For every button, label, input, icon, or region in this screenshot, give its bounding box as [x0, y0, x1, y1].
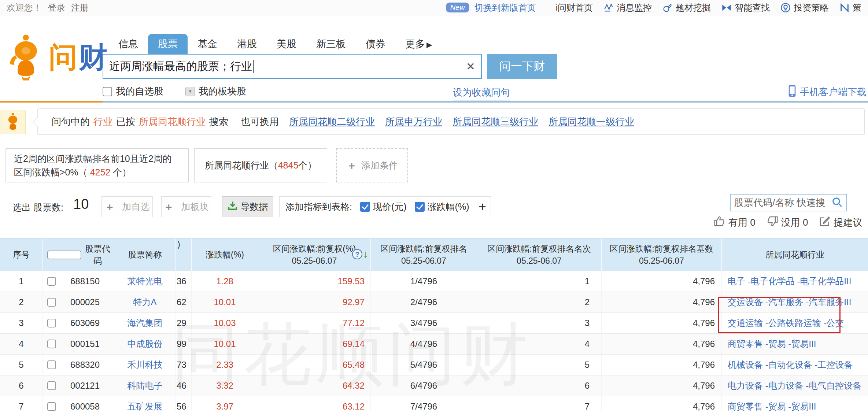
favorite-question-link[interactable]: 设为收藏问句	[453, 86, 510, 100]
code-cell: 000151	[43, 334, 114, 354]
tab-us-stock[interactable]: 美股	[267, 34, 306, 54]
stock-link[interactable]: 莱特光电	[128, 275, 163, 287]
search-input[interactable]: 近两周涨幅最高的股票；行业 ✕	[103, 54, 482, 79]
nav-iwencai-home[interactable]: i问财首页	[556, 2, 593, 14]
select-all-checkbox[interactable]	[47, 251, 81, 259]
rank-pos-cell: 5	[477, 355, 602, 375]
stock-link[interactable]: 科陆电子	[128, 380, 163, 392]
nav-message-monitor[interactable]: 消息监控	[603, 2, 652, 14]
industry-link[interactable]: 机械设备 -自动化设备 -工控设备	[728, 359, 853, 371]
thumb-up-icon	[714, 215, 725, 230]
industry-link[interactable]: 商贸零售 -贸易 -贸易III	[728, 338, 816, 350]
nav-theme-mining[interactable]: 题材挖掘	[662, 2, 711, 14]
rank-pos-cell: 3	[477, 313, 602, 333]
price-cell: 56	[176, 396, 192, 411]
industry-link[interactable]: 交通运输 -公路铁路运输 -公交	[728, 317, 844, 329]
tab-stock[interactable]: 股票	[148, 34, 188, 54]
login-link[interactable]: 登录	[48, 2, 65, 14]
stock-link[interactable]: 海汽集团	[128, 317, 163, 329]
query-interpretation: 问句中的 行业 已按 所属同花顺行业 搜索 也可换用 所属同花顺二级行业 所属申…	[37, 108, 865, 135]
alt-link-ths-level2[interactable]: 所属同花顺二级行业	[289, 115, 375, 128]
switch-version-link[interactable]: 切换到新版首页	[474, 2, 536, 14]
app-download-link[interactable]: 手机客户端下载	[788, 85, 867, 99]
industry-link[interactable]: 电子 -电子化学品 -电子化学品III	[728, 275, 851, 287]
tab-bond[interactable]: 债券	[356, 34, 395, 54]
row-checkbox[interactable]	[47, 402, 56, 411]
register-link[interactable]: 注册	[71, 2, 89, 14]
search-category-tabs: 信息 股票 基金 港股 美股 新三板 债券 更多▶	[108, 34, 442, 54]
condition-industry[interactable]: 所属同花顺行业（ 4845 个）	[194, 148, 327, 182]
iwencai-logo[interactable]: 问财	[7, 33, 109, 82]
industry-link[interactable]: 电力设备 -电力设备 -电气自控设备	[728, 380, 861, 392]
search-icon[interactable]	[832, 197, 843, 209]
rank-pos-cell: 6	[477, 375, 602, 396]
stock-link[interactable]: 五矿发展	[128, 401, 163, 411]
help-icon[interactable]: ?	[352, 249, 362, 259]
alt-link-shenwan[interactable]: 所属申万行业	[385, 115, 442, 128]
row-checkbox[interactable]	[47, 381, 56, 390]
my-sectors-dropdown[interactable]: ▼	[185, 87, 195, 96]
logo-wordmark: 问财	[49, 38, 109, 77]
industry-link[interactable]: 交运设备 -汽车服务 -汽车服务III	[728, 296, 851, 308]
divider	[598, 3, 598, 12]
range-change-cell: 69.14	[258, 334, 371, 354]
suggest-button[interactable]: 提建议	[819, 215, 862, 230]
code-cell: 600058	[43, 396, 114, 411]
nav-smart-find[interactable]: 智能查找	[721, 2, 770, 14]
row-checkbox[interactable]	[47, 319, 56, 327]
code-cell: 002121	[43, 375, 114, 396]
row-checkbox[interactable]	[47, 360, 56, 369]
row-checkbox[interactable]	[47, 340, 56, 348]
row-checkbox[interactable]	[47, 298, 56, 307]
condition-range-rank[interactable]: 近2周的区间涨跌幅排名前10且近2周的区间涨跌幅>0%（ 4252 个）	[5, 148, 189, 182]
stock-link[interactable]: 特力A	[133, 296, 156, 308]
alt-label: 也可换用	[241, 115, 279, 128]
alt-link-ths-level3[interactable]: 所属同花顺三级行业	[453, 115, 538, 128]
nav-strategy-backtest[interactable]: 策	[839, 2, 861, 14]
my-watchlist-option[interactable]: 我的自选股	[103, 85, 163, 98]
ask-button[interactable]: 问一下财	[487, 54, 557, 79]
download-icon	[228, 201, 238, 213]
divider	[657, 3, 657, 12]
change-indicator-label: 涨跌幅(%)	[428, 201, 469, 213]
quick-search-box	[730, 194, 847, 211]
name-cell: 科陆电子	[114, 375, 176, 396]
sort-desc-icon[interactable]: ↓	[363, 249, 368, 259]
quick-search-input[interactable]	[734, 197, 832, 208]
tab-fund[interactable]: 基金	[188, 34, 227, 54]
useful-button[interactable]: 有用 0	[714, 215, 756, 230]
my-sectors-option[interactable]: ▼ 我的板块股	[185, 85, 246, 98]
change-cell: 1.28	[192, 271, 258, 292]
clear-icon[interactable]: ✕	[466, 60, 475, 73]
nav-invest-strategy[interactable]: 投资策略	[780, 2, 829, 14]
useless-button[interactable]: 没用 0	[767, 215, 808, 230]
price-indicator-checkbox[interactable]	[360, 202, 370, 212]
plus-icon: ＋	[164, 200, 174, 214]
add-indicator-button[interactable]: +	[474, 197, 491, 217]
indicator-toolbar: 添加指标到表格: 现价(元) 涨跌幅(%) +	[279, 196, 491, 217]
thumb-down-icon	[767, 215, 778, 230]
export-data-button[interactable]: 导数据	[222, 196, 273, 217]
range-change-cell: 92.97	[258, 292, 371, 312]
alt-link-ths-level1[interactable]: 所属同花顺一级行业	[548, 115, 634, 128]
my-watchlist-checkbox[interactable]	[103, 87, 112, 96]
add-to-sector-button[interactable]: ＋ 加板块	[161, 196, 211, 217]
topbar: 欢迎您！ 登录 注册 New 切换到新版首页 i问财首页 消息监控 题材挖掘	[0, 0, 868, 15]
stock-link[interactable]: 禾川科技	[128, 359, 163, 371]
stock-link[interactable]: 中成股份	[128, 338, 163, 350]
header-name: 股票简称	[114, 238, 176, 271]
mascot-icon	[7, 33, 45, 82]
tab-info[interactable]: 信息	[108, 34, 148, 54]
tab-more[interactable]: 更多▶	[395, 34, 442, 54]
seq-cell: 1	[0, 271, 43, 292]
tab-neeq[interactable]: 新三板	[306, 34, 356, 54]
row-checkbox[interactable]	[47, 277, 56, 286]
industry-link[interactable]: 商贸零售 -贸易 -贸易III	[728, 401, 816, 411]
seq-cell: 5	[0, 355, 43, 375]
add-condition-button[interactable]: ＋ 添加条件	[336, 148, 408, 182]
add-to-watchlist-button[interactable]: ＋ 加自选	[101, 196, 153, 217]
price-cell: 46	[176, 375, 192, 396]
change-indicator-checkbox[interactable]	[415, 202, 425, 212]
table-row: 7 600058 五矿发展 56 3.97 63.12 7/4796 7 4,7…	[0, 396, 868, 411]
tab-hk-stock[interactable]: 港股	[227, 34, 267, 54]
